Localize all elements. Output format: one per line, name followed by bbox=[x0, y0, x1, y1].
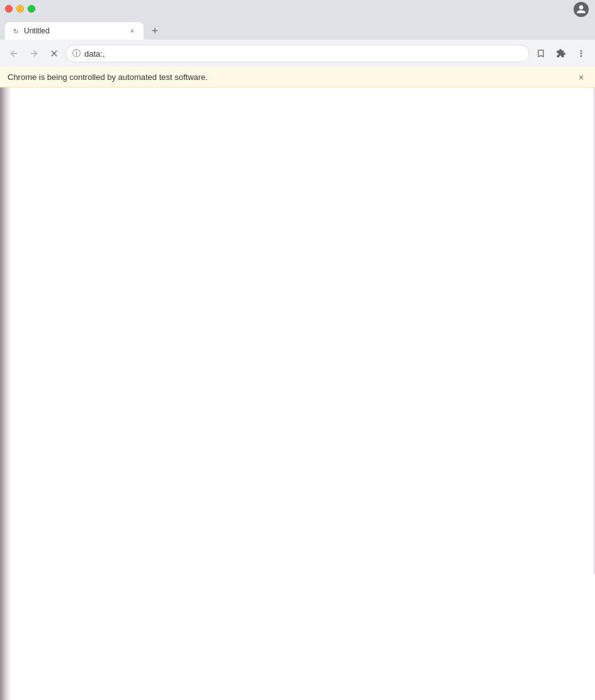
automation-banner-close-button[interactable]: × bbox=[575, 71, 587, 84]
reload-button[interactable] bbox=[45, 45, 63, 62]
right-edge-decoration bbox=[592, 88, 595, 574]
toolbar: ⓘ bbox=[0, 40, 595, 67]
new-tab-button[interactable]: + bbox=[146, 22, 164, 40]
forward-button[interactable] bbox=[25, 45, 43, 62]
extensions-button[interactable] bbox=[552, 45, 570, 62]
close-window-button[interactable] bbox=[5, 5, 13, 13]
page-body bbox=[0, 88, 595, 700]
maximize-window-button[interactable] bbox=[28, 5, 35, 13]
browser-tab-active[interactable]: ↻ Untitled × bbox=[5, 22, 144, 40]
left-edge-decoration bbox=[0, 88, 11, 700]
url-input[interactable] bbox=[84, 49, 523, 59]
title-bar bbox=[0, 0, 595, 18]
chrome-menu-button[interactable] bbox=[572, 45, 590, 62]
profile-icon[interactable] bbox=[574, 2, 589, 17]
automation-banner-text: Chrome is being controlled by automated … bbox=[8, 72, 570, 82]
address-bar[interactable]: ⓘ bbox=[65, 45, 530, 62]
automation-banner: Chrome is being controlled by automated … bbox=[0, 67, 595, 88]
tab-close-button[interactable]: × bbox=[127, 26, 137, 36]
page-content bbox=[0, 88, 595, 700]
security-info-icon[interactable]: ⓘ bbox=[72, 48, 81, 59]
back-button[interactable] bbox=[5, 45, 23, 62]
minimize-window-button[interactable] bbox=[16, 5, 24, 13]
tab-bar: ↻ Untitled × + bbox=[0, 18, 595, 40]
tab-favicon-icon: ↻ bbox=[11, 26, 20, 35]
browser-window: ↻ Untitled × + ⓘ bbox=[0, 0, 595, 700]
tab-title: Untitled bbox=[24, 26, 123, 35]
window-controls bbox=[5, 5, 35, 13]
bookmark-button[interactable] bbox=[532, 45, 550, 62]
